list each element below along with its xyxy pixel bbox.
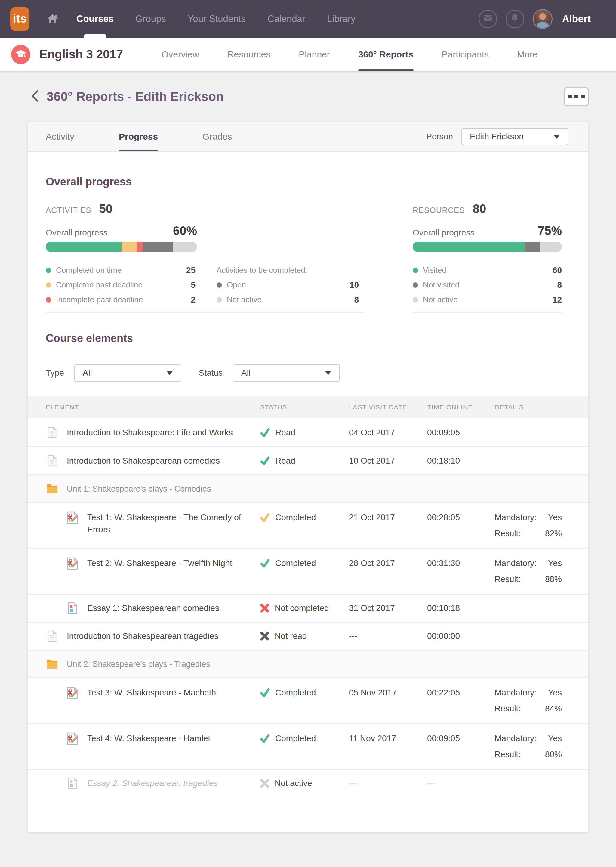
bar-segment-open [143,242,173,252]
status-text: Read [275,427,295,438]
chevron-left-icon [31,90,38,103]
course-navigation: English 3 2017 Overview Resources Planne… [0,38,616,71]
column-header-last-visit-date: LAST VISIT DATE [349,404,427,411]
bar-segment-visited [413,242,525,252]
document-icon [46,455,58,467]
back-button[interactable] [31,90,38,103]
test-icon [66,511,79,524]
nav-item-library[interactable]: Library [327,0,355,38]
tab-progress[interactable]: Progress [119,122,158,151]
check-icon [260,456,270,465]
screen: its Courses Groups Your Students Calenda… [0,0,616,867]
folder-name[interactable]: Unit 1: Shakespeare's plays - Comedies [67,483,211,495]
legend-value: 25 [186,265,195,275]
course-tab-more[interactable]: More [517,38,537,71]
mandatory-label: Mandatory: [495,687,537,699]
ellipsis-icon [575,95,578,98]
main-menu: Courses Groups Your Students Calendar Li… [76,0,377,38]
nav-label: Calendar [267,14,305,24]
table-row-folder: Unit 2: Shakespeare's plays - Tragedies [28,649,588,677]
legend-item: Incomplete past deadline 2 [46,292,195,307]
column-header-element: ELEMENT [46,404,260,411]
chevron-down-icon [167,371,173,375]
nav-item-your-students[interactable]: Your Students [188,0,246,38]
course-elements-filters: Type All Status All [46,364,570,382]
legend-value: 60 [553,265,562,275]
legend-value: 10 [349,280,359,290]
time-online: 00:10:18 [427,602,495,614]
more-options-button[interactable] [564,87,589,106]
result-label: Result: [495,703,521,715]
activities-progress-percent: 60% [173,224,197,238]
legend-dot-yellow [46,282,51,288]
document-icon [46,631,58,642]
status-filter-dropdown[interactable]: All [233,364,340,382]
element-name[interactable]: Introduction to Shakespeare: Life and Wo… [67,427,233,438]
legend-dot-red [46,297,51,303]
nav-item-groups[interactable]: Groups [135,0,166,38]
element-name[interactable]: Test 3: W. Shakespeare - Macbeth [87,687,216,699]
assignment-icon [66,602,79,614]
element-name[interactable]: Test 2: W. Shakespeare - Twelfth Night [87,557,232,569]
divider [46,312,364,313]
element-name[interactable]: Introduction to Shakespearean tragedies [67,630,218,642]
legend-dot-light-gray [217,297,222,303]
itslearning-logo[interactable]: its [10,7,30,31]
folder-icon [46,659,58,669]
element-name[interactable]: Essay 1: Shakespearean comedies [87,602,219,614]
graduation-cap-icon [15,48,27,61]
type-filter-dropdown[interactable]: All [74,364,181,382]
tab-activity[interactable]: Activity [46,122,74,151]
resources-label: RESOURCES [413,206,465,215]
course-tab-label: Planner [299,49,330,60]
legend-label: Incomplete past deadline [56,295,143,304]
page-title: 360° Reports - Edith Erickson [47,90,224,104]
page-header: 360° Reports - Edith Erickson [0,71,616,122]
result-value: 84% [545,703,562,715]
column-header-details: DETAILS [495,404,562,411]
element-name[interactable]: Test 1: W. Shakespeare - The Comedy of E… [87,511,256,536]
legend-value: 2 [191,295,195,305]
nav-item-calendar[interactable]: Calendar [267,0,305,38]
tab-grades[interactable]: Grades [203,122,232,151]
legend-item: Visited 60 [413,263,562,277]
test-icon [66,687,79,699]
legend-item: Open 10 [217,277,359,292]
course-tab-overview[interactable]: Overview [162,38,199,71]
time-online: 00:09:05 [427,733,495,744]
legend-value: 8 [354,295,359,305]
messages-button[interactable] [479,9,497,28]
user-name[interactable]: Albert [562,13,591,25]
legend-dot-green [413,268,418,273]
element-name[interactable]: Test 4: W. Shakespeare - Hamlet [87,733,210,744]
table-row: Test 2: W. Shakespeare - Twelfth Night C… [28,548,588,594]
person-dropdown[interactable]: Edith Erickson [461,128,569,145]
mandatory-value: Yes [548,687,562,699]
element-name[interactable]: Introduction to Shakespearean comedies [67,455,220,467]
status-text: Completed [275,557,316,569]
last-visit-date: 21 Oct 2017 [349,511,427,523]
course-title[interactable]: English 3 2017 [39,47,123,61]
tab-label: Activity [46,132,74,142]
bar-segment-completed-on-time [46,242,121,252]
folder-name[interactable]: Unit 2: Shakespeare's plays - Tragedies [67,658,210,670]
legend-item: Not active 12 [413,292,562,307]
tab-label: Grades [203,132,232,142]
nav-item-courses[interactable]: Courses [76,0,114,38]
home-icon[interactable] [47,14,58,24]
notifications-button[interactable] [506,9,524,28]
activities-legend: Completed on time 25 Completed past dead… [46,263,195,307]
chevron-down-icon [325,371,332,375]
person-dropdown-value: Edith Erickson [470,132,524,142]
element-name[interactable]: Essay 2: Shakespearean tragedies [87,777,218,789]
course-tab-planner[interactable]: Planner [299,38,330,71]
course-tab-resources[interactable]: Resources [227,38,270,71]
course-tab-360-reports[interactable]: 360° Reports [358,38,413,71]
resources-progress-label: Overall progress [413,228,475,238]
course-tab-participants[interactable]: Participants [442,38,489,71]
time-online: 00:18:10 [427,455,495,467]
mandatory-value: Yes [548,511,562,523]
resources-progress-bar [413,242,562,252]
resources-progress-percent: 75% [538,224,562,238]
user-avatar[interactable] [533,9,553,29]
